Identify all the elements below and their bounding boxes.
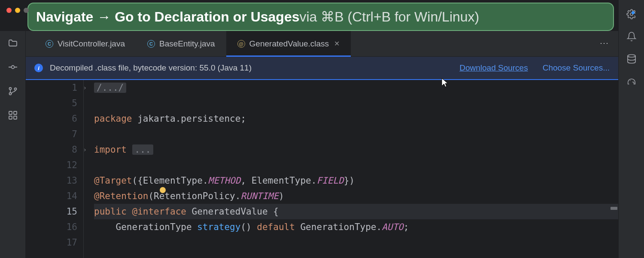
svg-rect-6 [9, 111, 12, 114]
window-maximize-button[interactable] [24, 8, 29, 13]
gutter: 1›5678›121314151617 [26, 80, 84, 258]
window-close-button[interactable] [6, 8, 12, 13]
close-icon[interactable]: ✕ [334, 40, 340, 48]
window-controls [6, 8, 29, 13]
elephant-icon[interactable] [626, 76, 637, 87]
svg-point-4 [9, 93, 11, 95]
download-sources-link[interactable]: Download Sources [459, 63, 528, 73]
folder-icon[interactable] [7, 37, 18, 49]
gear-icon[interactable] [626, 9, 637, 20]
tab-label: GeneratedValue.class [249, 39, 329, 49]
minimap-marker [611, 207, 617, 210]
bell-icon[interactable] [626, 31, 637, 42]
choose-sources-link[interactable]: Choose Sources... [543, 63, 610, 73]
tab-visit-controller[interactable]: C VisitController.java [34, 31, 136, 56]
folded-region[interactable]: /.../ [94, 83, 126, 93]
commit-icon[interactable] [7, 61, 18, 73]
decompiled-notice-bar: i Decompiled .class file, bytecode versi… [26, 57, 618, 80]
svg-point-1 [628, 55, 635, 57]
svg-rect-8 [9, 116, 12, 119]
editor-tab-bar: C VisitController.java C BaseEntity.java… [26, 31, 618, 57]
window-minimize-button[interactable] [15, 8, 20, 13]
mouse-cursor-icon [440, 77, 450, 91]
tip-shortcut: via ⌘B (Ctrl+B for Win/Linux) [300, 9, 480, 25]
tab-generated-value[interactable]: @ GeneratedValue.class ✕ [226, 31, 351, 56]
svg-point-5 [14, 88, 16, 90]
database-icon[interactable] [626, 53, 637, 64]
svg-point-3 [9, 88, 11, 90]
code-editor[interactable]: 1›5678›121314151617 /.../ package jakart… [26, 80, 618, 258]
class-icon: C [147, 40, 155, 48]
svg-rect-9 [14, 116, 17, 119]
update-badge [632, 11, 635, 14]
tab-label: VisitController.java [58, 39, 125, 49]
more-tools-icon[interactable] [7, 110, 18, 121]
svg-rect-7 [14, 111, 17, 114]
left-tool-rail [0, 31, 26, 258]
info-icon: i [34, 64, 43, 72]
tip-banner: Navigate → Go to Declaration or Usages v… [27, 3, 614, 31]
git-branch-icon[interactable] [7, 86, 18, 97]
svg-point-2 [11, 66, 14, 69]
folded-region[interactable]: ... [132, 144, 154, 155]
tab-label: BaseEntity.java [159, 39, 215, 49]
code-area[interactable]: /.../ package jakarta.persistence; impor… [84, 80, 618, 258]
class-icon: C [46, 40, 53, 48]
tip-action: Navigate → Go to Declaration or Usages [36, 9, 300, 25]
tab-base-entity[interactable]: C BaseEntity.java [136, 31, 226, 56]
tab-overflow-menu[interactable]: ⋮ [599, 39, 610, 49]
inspection-dot-icon[interactable] [160, 187, 166, 193]
right-tool-rail [618, 0, 644, 258]
notice-text: Decompiled .class file, bytecode version… [50, 63, 252, 73]
annotation-icon: @ [237, 40, 245, 48]
